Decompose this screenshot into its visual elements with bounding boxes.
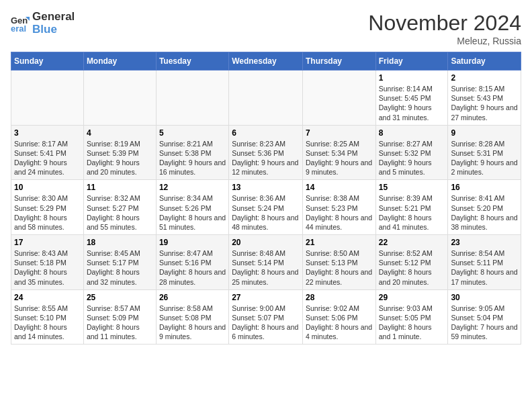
day-info: Sunrise: 8:19 AM Sunset: 5:39 PM Dayligh… (87, 139, 153, 177)
day-info: Sunrise: 9:02 AM Sunset: 5:06 PM Dayligh… (306, 304, 373, 342)
calendar-week-1: 1Sunrise: 8:14 AM Sunset: 5:45 PM Daylig… (11, 71, 521, 126)
day-info: Sunrise: 8:39 AM Sunset: 5:21 PM Dayligh… (379, 193, 445, 232)
title-block: November 2024 Meleuz, Russia (368, 11, 521, 46)
day-info: Sunrise: 8:21 AM Sunset: 5:38 PM Dayligh… (159, 139, 226, 177)
day-info: Sunrise: 8:14 AM Sunset: 5:45 PM Dayligh… (379, 84, 445, 122)
day-number: 14 (306, 183, 373, 192)
day-info: Sunrise: 8:55 AM Sunset: 5:10 PM Dayligh… (14, 304, 81, 342)
calendar-cell: 19Sunrise: 8:47 AM Sunset: 5:16 PM Dayli… (156, 235, 228, 290)
calendar-cell: 15Sunrise: 8:39 AM Sunset: 5:21 PM Dayli… (375, 180, 448, 235)
calendar-cell: 1Sunrise: 8:14 AM Sunset: 5:45 PM Daylig… (375, 71, 448, 126)
calendar-cell: 25Sunrise: 8:57 AM Sunset: 5:09 PM Dayli… (83, 289, 156, 345)
logo: Gen eral General Blue (11, 11, 75, 36)
day-number: 16 (451, 183, 518, 192)
calendar-cell: 13Sunrise: 8:36 AM Sunset: 5:24 PM Dayli… (229, 180, 303, 235)
day-info: Sunrise: 8:54 AM Sunset: 5:11 PM Dayligh… (451, 248, 518, 287)
day-info: Sunrise: 8:15 AM Sunset: 5:43 PM Dayligh… (451, 84, 518, 122)
calendar-cell: 30Sunrise: 9:05 AM Sunset: 5:04 PM Dayli… (448, 289, 521, 345)
day-number: 10 (14, 183, 81, 192)
day-info: Sunrise: 9:03 AM Sunset: 5:05 PM Dayligh… (379, 304, 445, 342)
day-info: Sunrise: 8:52 AM Sunset: 5:12 PM Dayligh… (379, 248, 445, 287)
day-number: 8 (379, 128, 445, 138)
day-number: 6 (232, 128, 300, 138)
calendar-cell: 24Sunrise: 8:55 AM Sunset: 5:10 PM Dayli… (11, 289, 84, 345)
calendar-cell: 27Sunrise: 9:00 AM Sunset: 5:07 PM Dayli… (229, 289, 303, 345)
day-info: Sunrise: 8:30 AM Sunset: 5:29 PM Dayligh… (14, 193, 81, 232)
day-number: 12 (159, 183, 226, 192)
day-info: Sunrise: 9:05 AM Sunset: 5:04 PM Dayligh… (451, 304, 518, 342)
day-number: 28 (306, 293, 373, 302)
location: Meleuz, Russia (368, 36, 521, 46)
col-header-tuesday: Tuesday (156, 52, 228, 71)
col-header-sunday: Sunday (11, 52, 84, 71)
day-info: Sunrise: 8:45 AM Sunset: 5:17 PM Dayligh… (87, 248, 153, 287)
calendar-cell: 14Sunrise: 8:38 AM Sunset: 5:23 PM Dayli… (302, 180, 375, 235)
day-number: 24 (14, 293, 81, 302)
day-info: Sunrise: 8:43 AM Sunset: 5:18 PM Dayligh… (14, 248, 81, 287)
calendar-cell (11, 71, 84, 126)
day-info: Sunrise: 9:00 AM Sunset: 5:07 PM Dayligh… (232, 304, 300, 342)
calendar-cell: 6Sunrise: 8:23 AM Sunset: 5:36 PM Daylig… (229, 125, 303, 180)
day-number: 3 (14, 128, 81, 138)
col-header-friday: Friday (375, 52, 448, 71)
day-info: Sunrise: 8:47 AM Sunset: 5:16 PM Dayligh… (159, 248, 226, 287)
calendar-cell: 7Sunrise: 8:25 AM Sunset: 5:34 PM Daylig… (302, 125, 375, 180)
day-number: 25 (87, 293, 153, 302)
calendar-cell: 3Sunrise: 8:17 AM Sunset: 5:41 PM Daylig… (11, 125, 84, 180)
day-number: 9 (451, 128, 518, 138)
day-number: 23 (451, 238, 518, 247)
logo-text-general: General (32, 11, 75, 24)
day-info: Sunrise: 8:50 AM Sunset: 5:13 PM Dayligh… (306, 248, 373, 287)
col-header-saturday: Saturday (448, 52, 521, 71)
calendar-cell: 2Sunrise: 8:15 AM Sunset: 5:43 PM Daylig… (448, 71, 521, 126)
logo-icon: Gen eral (11, 14, 30, 33)
day-info: Sunrise: 8:28 AM Sunset: 5:31 PM Dayligh… (451, 139, 518, 177)
calendar-cell: 18Sunrise: 8:45 AM Sunset: 5:17 PM Dayli… (83, 235, 156, 290)
day-number: 7 (306, 128, 373, 138)
day-number: 2 (451, 73, 518, 83)
calendar-cell: 17Sunrise: 8:43 AM Sunset: 5:18 PM Dayli… (11, 235, 84, 290)
day-info: Sunrise: 8:34 AM Sunset: 5:26 PM Dayligh… (159, 193, 226, 232)
calendar-cell: 11Sunrise: 8:32 AM Sunset: 5:27 PM Dayli… (83, 180, 156, 235)
calendar-cell: 16Sunrise: 8:41 AM Sunset: 5:20 PM Dayli… (448, 180, 521, 235)
calendar-cell: 12Sunrise: 8:34 AM Sunset: 5:26 PM Dayli… (156, 180, 228, 235)
day-number: 11 (87, 183, 153, 192)
day-number: 4 (87, 128, 153, 138)
calendar-cell (302, 71, 375, 126)
day-info: Sunrise: 8:23 AM Sunset: 5:36 PM Dayligh… (232, 139, 300, 177)
day-number: 5 (159, 128, 226, 138)
day-number: 27 (232, 293, 300, 302)
day-info: Sunrise: 8:48 AM Sunset: 5:14 PM Dayligh… (232, 248, 300, 287)
day-number: 17 (14, 238, 81, 247)
day-number: 20 (232, 238, 300, 247)
day-info: Sunrise: 8:41 AM Sunset: 5:20 PM Dayligh… (451, 193, 518, 232)
day-number: 19 (159, 238, 226, 247)
calendar-cell: 21Sunrise: 8:50 AM Sunset: 5:13 PM Dayli… (302, 235, 375, 290)
calendar-cell: 10Sunrise: 8:30 AM Sunset: 5:29 PM Dayli… (11, 180, 84, 235)
calendar-week-2: 3Sunrise: 8:17 AM Sunset: 5:41 PM Daylig… (11, 125, 521, 180)
day-info: Sunrise: 8:32 AM Sunset: 5:27 PM Dayligh… (87, 193, 153, 232)
day-info: Sunrise: 8:36 AM Sunset: 5:24 PM Dayligh… (232, 193, 300, 232)
day-info: Sunrise: 8:17 AM Sunset: 5:41 PM Dayligh… (14, 139, 81, 177)
day-info: Sunrise: 8:25 AM Sunset: 5:34 PM Dayligh… (306, 139, 373, 177)
day-number: 30 (451, 293, 518, 302)
day-number: 15 (379, 183, 445, 192)
calendar-cell: 26Sunrise: 8:58 AM Sunset: 5:08 PM Dayli… (156, 289, 228, 345)
logo-text-blue: Blue (32, 24, 75, 36)
calendar-cell: 8Sunrise: 8:27 AM Sunset: 5:32 PM Daylig… (375, 125, 448, 180)
month-title: November 2024 (368, 11, 521, 36)
calendar-cell (156, 71, 228, 126)
calendar-cell: 9Sunrise: 8:28 AM Sunset: 5:31 PM Daylig… (448, 125, 521, 180)
calendar-week-5: 24Sunrise: 8:55 AM Sunset: 5:10 PM Dayli… (11, 289, 521, 345)
calendar-table: SundayMondayTuesdayWednesdayThursdayFrid… (11, 52, 521, 345)
svg-text:eral: eral (11, 24, 26, 33)
day-number: 22 (379, 238, 445, 247)
calendar-cell: 28Sunrise: 9:02 AM Sunset: 5:06 PM Dayli… (302, 289, 375, 345)
calendar-cell: 5Sunrise: 8:21 AM Sunset: 5:38 PM Daylig… (156, 125, 228, 180)
day-number: 21 (306, 238, 373, 247)
day-info: Sunrise: 8:27 AM Sunset: 5:32 PM Dayligh… (379, 139, 445, 177)
calendar-week-3: 10Sunrise: 8:30 AM Sunset: 5:29 PM Dayli… (11, 180, 521, 235)
calendar-cell: 20Sunrise: 8:48 AM Sunset: 5:14 PM Dayli… (229, 235, 303, 290)
calendar-cell (83, 71, 156, 126)
calendar-cell: 22Sunrise: 8:52 AM Sunset: 5:12 PM Dayli… (375, 235, 448, 290)
